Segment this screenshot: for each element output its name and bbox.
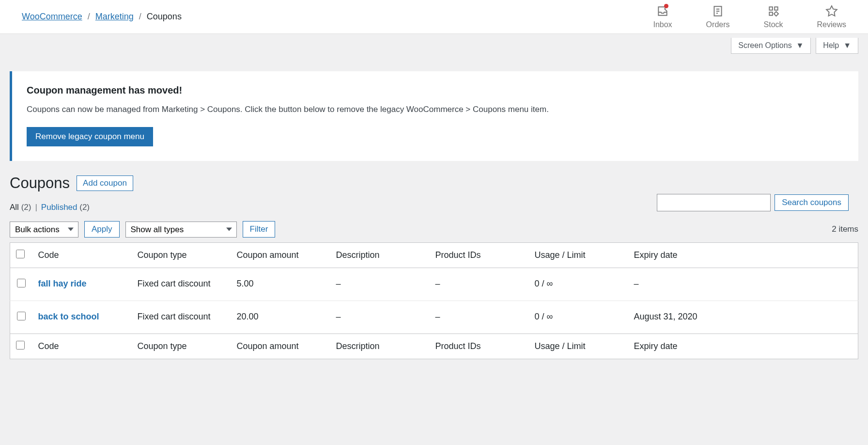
coupon-code-link[interactable]: back to school: [38, 312, 99, 321]
filter-published[interactable]: Published (2): [41, 203, 90, 212]
notice-title: Coupon management has moved!: [27, 85, 844, 96]
breadcrumb-woocommerce[interactable]: WooCommerce: [22, 12, 82, 21]
col-pid[interactable]: Product IDs: [430, 243, 529, 268]
cell-pid: –: [430, 268, 529, 301]
apply-button[interactable]: Apply: [84, 221, 120, 238]
cell-amount: 20.00: [231, 301, 330, 334]
notice-body: Coupons can now be managed from Marketin…: [27, 105, 844, 114]
filter-all[interactable]: All (2): [10, 203, 31, 212]
table-row: back to school Fixed cart discount 20.00…: [10, 301, 858, 334]
col-expiry[interactable]: Expiry date: [628, 243, 858, 268]
cell-expiry: August 31, 2020: [628, 301, 858, 334]
coupons-table: Code Coupon type Coupon amount Descripti…: [10, 242, 858, 359]
nav-label: Stock: [764, 20, 783, 29]
svg-rect-1: [769, 7, 773, 10]
nav-orders[interactable]: Orders: [706, 5, 730, 29]
filter-button[interactable]: Filter: [243, 221, 276, 238]
items-count: 2 items: [832, 224, 858, 234]
nav-reviews[interactable]: Reviews: [817, 5, 846, 29]
help-button[interactable]: Help ▼: [816, 38, 858, 54]
types-select[interactable]: Show all types: [125, 222, 237, 238]
orders-icon: [712, 5, 724, 17]
cell-usage: 0 / ∞: [529, 268, 628, 301]
col-code[interactable]: Code: [32, 334, 132, 359]
search-button[interactable]: Search coupons: [775, 194, 849, 211]
notification-dot-icon: [664, 4, 668, 8]
row-checkbox[interactable]: [17, 312, 26, 320]
screen-options-button[interactable]: Screen Options ▼: [731, 38, 811, 54]
svg-rect-3: [769, 12, 773, 15]
col-amount[interactable]: Coupon amount: [231, 334, 330, 359]
cell-amount: 5.00: [231, 268, 330, 301]
bulk-actions-select[interactable]: Bulk actions: [10, 222, 78, 238]
table-row: fall hay ride Fixed cart discount 5.00 –…: [10, 268, 858, 301]
cell-expiry: –: [628, 268, 858, 301]
coupon-code-link[interactable]: fall hay ride: [38, 279, 87, 288]
cell-desc: –: [330, 268, 430, 301]
cell-usage: 0 / ∞: [529, 301, 628, 334]
cell-type: Fixed cart discount: [132, 301, 231, 334]
svg-rect-4: [774, 11, 778, 16]
cell-type: Fixed cart discount: [132, 268, 231, 301]
svg-rect-2: [775, 7, 778, 10]
nav-label: Reviews: [817, 20, 846, 29]
nav-label: Orders: [706, 20, 730, 29]
col-desc[interactable]: Description: [330, 243, 430, 268]
col-amount[interactable]: Coupon amount: [231, 243, 330, 268]
col-type[interactable]: Coupon type: [132, 334, 231, 359]
page-title: Coupons: [10, 175, 70, 192]
nav-inbox[interactable]: Inbox: [653, 5, 672, 29]
cell-desc: –: [330, 301, 430, 334]
select-all-checkbox-footer[interactable]: [16, 341, 25, 350]
reviews-icon: [825, 5, 838, 17]
select-all-checkbox[interactable]: [16, 250, 25, 258]
stock-icon: [767, 5, 780, 17]
row-checkbox[interactable]: [17, 279, 26, 287]
add-coupon-button[interactable]: Add coupon: [77, 175, 133, 191]
col-pid[interactable]: Product IDs: [430, 334, 529, 359]
nav-stock[interactable]: Stock: [764, 5, 783, 29]
breadcrumb-marketing[interactable]: Marketing: [95, 12, 134, 21]
col-desc[interactable]: Description: [330, 334, 430, 359]
cell-pid: –: [430, 301, 529, 334]
col-type[interactable]: Coupon type: [132, 243, 231, 268]
breadcrumb: WooCommerce / Marketing / Coupons: [22, 12, 182, 22]
col-expiry[interactable]: Expiry date: [628, 334, 858, 359]
notice-panel: Coupon management has moved! Coupons can…: [10, 71, 858, 161]
remove-legacy-button[interactable]: Remove legacy coupon menu: [27, 127, 153, 146]
nav-label: Inbox: [653, 20, 672, 29]
col-usage[interactable]: Usage / Limit: [529, 243, 628, 268]
breadcrumb-current: Coupons: [147, 12, 182, 21]
col-code[interactable]: Code: [32, 243, 132, 268]
col-usage[interactable]: Usage / Limit: [529, 334, 628, 359]
search-input[interactable]: [657, 194, 771, 211]
